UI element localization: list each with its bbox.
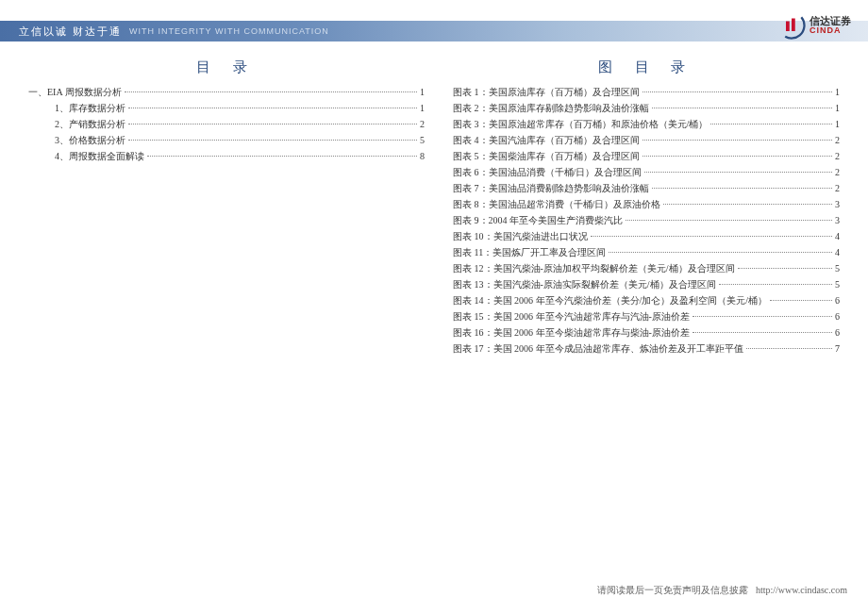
toc-page: 2 [835,132,840,148]
toc-dots [626,220,832,221]
toc-row: 2、产销数据分析2 [28,116,425,132]
toc-row: 图表 17：美国 2006 年至今成品油超常库存、炼油价差及开工率距平值7 [453,340,840,357]
header-band: 立信以诚 财达于通 WITH INTEGRITY WITH COMMUNICAT… [0,21,868,41]
toc-label: 图表 1：美国原油库存（百万桶）及合理区间 [453,84,640,100]
toc-row: 图表 14：美国 2006 年至今汽柴油价差（美分/加仑）及盈利空间（美元/桶）… [453,292,840,308]
toc-dots [128,140,417,141]
svg-rect-2 [792,19,795,32]
toc-dots [147,156,417,157]
toc-dots [643,91,833,92]
toc-row: 图表 6：美国油品消费（千桶/日）及合理区间2 [453,164,840,180]
logo-text-en: CINDA [810,26,851,35]
toc-label: 图表 10：美国汽柴油进出口状况 [453,228,588,244]
toc-row: 图表 13：美国汽柴油-原油实际裂解价差（美元/桶）及合理区间5 [453,276,840,292]
toc-dots [128,108,417,108]
toc-dots [643,156,833,157]
toc-label: 图表 2：美国原油库存剔除趋势影响及油价涨幅 [453,100,649,116]
toc-page: 8 [420,148,425,164]
toc-page: 1 [420,84,425,100]
toc-label: 图表 8：美国油品超常消费（千桶/日）及原油价格 [453,196,660,212]
toc-page: 1 [420,100,425,116]
toc-label: 4、周报数据全面解读 [55,148,144,164]
figures-column: 图 目 录 图表 1：美国原油库存（百万桶）及合理区间1图表 2：美国原油库存剔… [453,58,840,357]
toc-row: 图表 8：美国油品超常消费（千桶/日）及原油价格3 [453,196,840,212]
toc-dots [710,124,832,124]
toc-list: 一、EIA 周报数据分析11、库存数据分析12、产销数据分析23、价格数据分析5… [28,84,425,164]
toc-row: 图表 7：美国油品消费剔除趋势影响及油价涨幅2 [453,180,840,196]
toc-dots [693,332,832,333]
toc-row: 1、库存数据分析1 [28,100,425,116]
cinda-logo-icon [777,11,806,40]
toc-dots [125,91,417,92]
toc-label: 图表 12：美国汽柴油-原油加权平均裂解价差（美元/桶）及合理区间 [453,260,735,276]
toc-label: 图表 4：美国汽油库存（百万桶）及合理区间 [453,132,640,148]
toc-page: 6 [835,292,840,308]
toc-row: 图表 15：美国 2006 年至今汽油超常库存与汽油-原油价差6 [453,308,840,324]
footer-text: 请阅读最后一页免责声明及信息披露 [597,585,748,595]
toc-page: 4 [835,244,840,260]
svg-rect-1 [786,22,790,32]
toc-label: 2、产销数据分析 [55,116,125,132]
content-area: 目 录 一、EIA 周报数据分析11、库存数据分析12、产销数据分析23、价格数… [0,41,868,357]
footer-link[interactable]: http://www.cindasc.com [756,585,847,595]
toc-dots [746,348,833,349]
toc-row: 4、周报数据全面解读8 [28,148,425,164]
toc-label: 图表 6：美国油品消费（千桶/日）及合理区间 [453,164,642,180]
toc-row: 一、EIA 周报数据分析1 [28,84,425,100]
figures-list: 图表 1：美国原油库存（百万桶）及合理区间1图表 2：美国原油库存剔除趋势影响及… [453,84,840,357]
toc-label: 1、库存数据分析 [55,100,125,116]
toc-row: 图表 5：美国柴油库存（百万桶）及合理区间2 [453,148,840,164]
toc-page: 7 [835,340,840,357]
toc-label: 图表 11：美国炼厂开工率及合理区间 [453,244,606,260]
toc-row: 图表 1：美国原油库存（百万桶）及合理区间1 [453,84,840,100]
toc-page: 1 [835,100,840,116]
toc-page: 2 [835,180,840,196]
toc-page: 4 [835,228,840,244]
toc-label: 图表 14：美国 2006 年至今汽柴油价差（美分/加仑）及盈利空间（美元/桶） [453,292,767,308]
toc-label: 3、价格数据分析 [55,132,125,148]
toc-page: 2 [835,148,840,164]
toc-page: 3 [835,196,840,212]
toc-label: 图表 3：美国原油超常库存（百万桶）和原油价格（美元/桶） [453,116,708,132]
toc-dots [652,188,833,189]
toc-page: 3 [835,212,840,228]
company-logo: 信达证券 CINDA [777,11,851,40]
toc-label: 图表 13：美国汽柴油-原油实际裂解价差（美元/桶）及合理区间 [453,276,716,292]
toc-row: 图表 11：美国炼厂开工率及合理区间4 [453,244,840,260]
toc-row: 图表 16：美国 2006 年至今柴油超常库存与柴油-原油价差6 [453,324,840,340]
toc-dots [643,140,833,141]
toc-label: 图表 5：美国柴油库存（百万桶）及合理区间 [453,148,640,164]
toc-dots [693,316,832,317]
toc-label: 图表 17：美国 2006 年至今成品油超常库存、炼油价差及开工率距平值 [453,340,743,357]
toc-dots [644,172,832,173]
toc-dots [591,236,833,237]
toc-row: 图表 4：美国汽油库存（百万桶）及合理区间2 [453,132,840,148]
toc-page: 1 [835,116,840,132]
header-motto-cn: 立信以诚 财达于通 [19,25,122,39]
toc-row: 图表 12：美国汽柴油-原油加权平均裂解价差（美元/桶）及合理区间5 [453,260,840,276]
toc-label: 图表 7：美国油品消费剔除趋势影响及油价涨幅 [453,180,649,196]
toc-dots [609,252,832,253]
toc-dots [719,284,832,285]
toc-row: 图表 9：2004 年至今美国生产消费柴汽比3 [453,212,840,228]
toc-page: 6 [835,324,840,340]
footer: 请阅读最后一页免责声明及信息披露 http://www.cindasc.com [597,584,847,597]
toc-page: 5 [420,132,425,148]
toc-title: 目 录 [28,58,425,76]
toc-dots [663,204,832,205]
toc-label: 图表 15：美国 2006 年至今汽油超常库存与汽油-原油价差 [453,308,690,324]
toc-row: 图表 10：美国汽柴油进出口状况4 [453,228,840,244]
toc-page: 5 [835,260,840,276]
toc-dots [738,268,832,269]
toc-page: 6 [835,308,840,324]
toc-column: 目 录 一、EIA 周报数据分析11、库存数据分析12、产销数据分析23、价格数… [28,58,425,357]
header-motto-en: WITH INTEGRITY WITH COMMUNICATION [129,26,329,36]
figures-title: 图 目 录 [453,58,840,76]
toc-page: 1 [835,84,840,100]
toc-label: 图表 16：美国 2006 年至今柴油超常库存与柴油-原油价差 [453,324,690,340]
toc-label: 图表 9：2004 年至今美国生产消费柴汽比 [453,212,623,228]
toc-page: 2 [420,116,425,132]
toc-row: 图表 2：美国原油库存剔除趋势影响及油价涨幅1 [453,100,840,116]
toc-row: 3、价格数据分析5 [28,132,425,148]
toc-row: 图表 3：美国原油超常库存（百万桶）和原油价格（美元/桶）1 [453,116,840,132]
